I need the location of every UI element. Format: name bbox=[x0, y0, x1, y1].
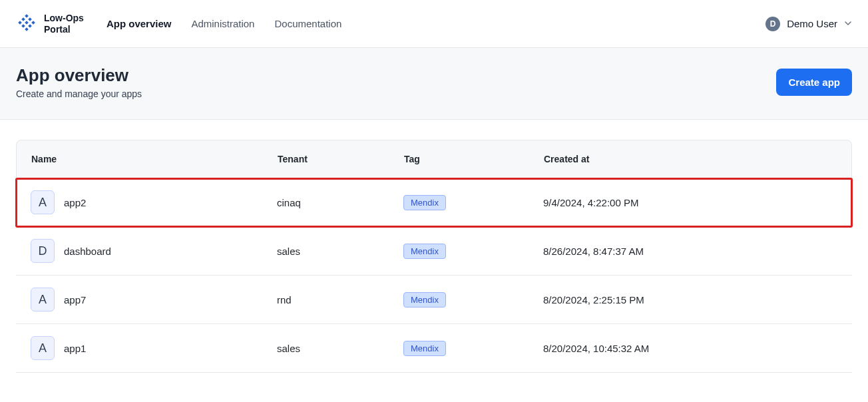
svg-rect-0 bbox=[25, 14, 29, 18]
created-cell: 9/4/2024, 4:22:00 PM bbox=[543, 197, 837, 208]
name-cell: Aapp1 bbox=[31, 336, 277, 360]
tenant-cell: sales bbox=[277, 246, 403, 257]
svg-rect-3 bbox=[18, 21, 22, 25]
table-row[interactable]: DdashboardsalesMendix8/26/2024, 8:47:37 … bbox=[16, 227, 852, 276]
created-cell: 8/20/2024, 2:25:15 PM bbox=[543, 294, 837, 305]
name-cell: Aapp7 bbox=[31, 288, 277, 311]
app-letter-icon: A bbox=[31, 288, 55, 311]
nav-documentation[interactable]: Documentation bbox=[274, 18, 341, 29]
brand-line2: Portal bbox=[44, 24, 84, 35]
tag-badge: Mendix bbox=[403, 341, 446, 356]
col-header-tag[interactable]: Tag bbox=[404, 154, 544, 164]
nav-app-overview[interactable]: App overview bbox=[107, 18, 172, 29]
app-name: app1 bbox=[64, 343, 86, 354]
table-row[interactable]: Aapp1salesMendix8/20/2024, 10:45:32 AM bbox=[16, 324, 852, 373]
topbar: Low-Ops Portal App overview Administrati… bbox=[0, 0, 868, 48]
avatar: D bbox=[765, 17, 780, 31]
app-letter-icon: D bbox=[31, 239, 55, 263]
nav-administration[interactable]: Administration bbox=[191, 18, 254, 29]
svg-rect-7 bbox=[28, 24, 32, 28]
svg-rect-2 bbox=[28, 17, 32, 21]
logo-icon bbox=[16, 13, 37, 35]
tag-cell: Mendix bbox=[403, 341, 543, 356]
tenant-cell: rnd bbox=[277, 294, 403, 305]
name-cell: Ddashboard bbox=[31, 239, 277, 263]
user-name: Demo User bbox=[787, 18, 837, 29]
page-header: App overview Create and manage your apps… bbox=[0, 48, 868, 120]
table-header: Name Tenant Tag Created at bbox=[16, 140, 852, 178]
col-header-created[interactable]: Created at bbox=[544, 154, 837, 164]
tenant-cell: cinaq bbox=[277, 197, 403, 208]
tag-badge: Mendix bbox=[403, 244, 446, 259]
content: Name Tenant Tag Created at Aapp2cinaqMen… bbox=[0, 120, 868, 393]
topbar-left: Low-Ops Portal App overview Administrati… bbox=[16, 13, 341, 34]
table-row[interactable]: Aapp7rndMendix8/20/2024, 2:25:15 PM bbox=[16, 276, 852, 324]
app-name: dashboard bbox=[64, 246, 111, 257]
page-header-text: App overview Create and manage your apps bbox=[16, 65, 142, 99]
app-name: app2 bbox=[64, 197, 86, 208]
tag-cell: Mendix bbox=[403, 244, 543, 259]
brand-line1: Low-Ops bbox=[44, 13, 84, 23]
page-title: App overview bbox=[16, 65, 142, 86]
svg-rect-5 bbox=[31, 21, 35, 25]
app-letter-icon: A bbox=[31, 190, 55, 214]
create-app-button[interactable]: Create app bbox=[776, 69, 852, 96]
created-cell: 8/20/2024, 10:45:32 AM bbox=[543, 343, 837, 354]
logo-block[interactable]: Low-Ops Portal bbox=[16, 13, 84, 34]
tag-cell: Mendix bbox=[403, 292, 543, 307]
brand-text: Low-Ops Portal bbox=[44, 13, 84, 34]
apps-table: Name Tenant Tag Created at Aapp2cinaqMen… bbox=[16, 140, 852, 373]
col-header-name[interactable]: Name bbox=[31, 154, 278, 164]
app-name: app7 bbox=[64, 294, 86, 305]
chevron-down-icon bbox=[844, 19, 852, 29]
svg-rect-4 bbox=[25, 21, 29, 25]
user-menu[interactable]: D Demo User bbox=[765, 17, 852, 31]
created-cell: 8/26/2024, 8:47:37 AM bbox=[543, 246, 837, 257]
app-letter-icon: A bbox=[31, 336, 55, 360]
main-nav: App overview Administration Documentatio… bbox=[107, 18, 341, 29]
tag-cell: Mendix bbox=[403, 195, 543, 210]
svg-rect-1 bbox=[21, 17, 25, 21]
table-body: Aapp2cinaqMendix9/4/2024, 4:22:00 PMDdas… bbox=[16, 178, 852, 373]
table-row[interactable]: Aapp2cinaqMendix9/4/2024, 4:22:00 PM bbox=[16, 178, 852, 227]
name-cell: Aapp2 bbox=[31, 190, 277, 214]
tag-badge: Mendix bbox=[403, 195, 446, 210]
page-subtitle: Create and manage your apps bbox=[16, 89, 142, 99]
tenant-cell: sales bbox=[277, 343, 403, 354]
tag-badge: Mendix bbox=[403, 292, 446, 307]
svg-rect-6 bbox=[21, 24, 25, 28]
col-header-tenant[interactable]: Tenant bbox=[278, 154, 404, 164]
svg-rect-8 bbox=[25, 27, 29, 31]
